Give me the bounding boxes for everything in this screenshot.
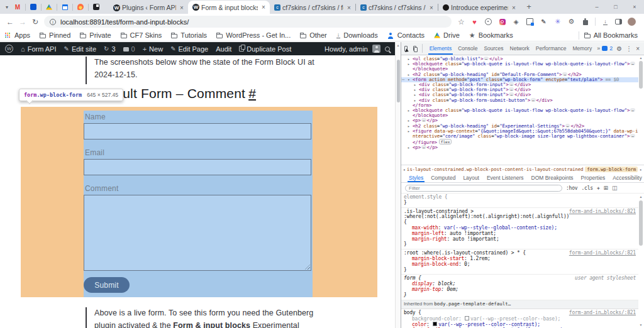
tab-search-chevron-icon[interactable]: ▾ — [3, 4, 11, 10]
puzzle-extension-icon[interactable] — [580, 18, 590, 26]
styles-tab-dom-breakpoints[interactable]: DOM Breakpoints — [528, 173, 577, 182]
browser-menu-icon[interactable]: ⋮ — [640, 18, 644, 26]
admin-item-new[interactable]: +New — [143, 45, 163, 53]
comment-textarea[interactable] — [84, 195, 311, 271]
twisty-icon[interactable]: ▸ — [408, 129, 410, 134]
new-tab-button[interactable]: + — [523, 1, 535, 13]
issues-count[interactable]: 2 — [609, 45, 613, 52]
pinned-tab[interactable]: M — [13, 4, 23, 11]
scrollbar-thumb[interactable] — [639, 200, 643, 246]
styles-tab-layout[interactable]: Layout — [459, 173, 483, 182]
breadcrumb-item-selected[interactable]: form.wp-block-form — [585, 167, 638, 172]
browser-tab[interactable]: ccf7skins / cf7skins / form API /× — [270, 1, 355, 14]
instagram-extension-icon[interactable] — [497, 18, 507, 26]
browser-tab[interactable]: ccf7skins / cf7skins / form API /× — [356, 1, 438, 14]
admin-item-3[interactable]: ↻3 — [104, 45, 116, 53]
inherited-target[interactable]: body.page-template-default… — [434, 301, 511, 307]
devtools-tab-memory[interactable]: Memory — [569, 42, 595, 55]
admin-item-0[interactable]: 0 — [123, 45, 135, 53]
scroll-up-icon[interactable]: ▲ — [638, 56, 643, 60]
bookmark-item[interactable]: ↓Downloads — [336, 31, 378, 39]
expand-ellipsis-icon[interactable]: … — [630, 62, 635, 65]
stylesheet-link[interactable]: form-and-in…blocks/:821 — [569, 310, 636, 316]
admin-item-audit[interactable]: Audit — [216, 45, 231, 53]
expand-ellipsis-icon[interactable]: … — [509, 87, 514, 91]
dock-style-icon[interactable]: ◫ — [612, 185, 618, 191]
css-selector[interactable]: element.style { — [404, 195, 447, 200]
twisty-icon[interactable]: ▸ — [414, 92, 416, 97]
profile-avatar[interactable] — [627, 18, 636, 26]
pinned-tab[interactable] — [28, 4, 38, 10]
bookmark-item[interactable]: Pinned — [40, 31, 70, 39]
tab-close-icon[interactable]: × — [428, 4, 435, 11]
admin-item-duplicate-post[interactable]: Duplicate Post — [239, 45, 291, 53]
bookmark-item[interactable]: Private — [80, 31, 111, 39]
bookmark-item[interactable]: Apps — [5, 31, 30, 39]
site-info-icon[interactable]: i — [50, 19, 56, 25]
toggle-element-state[interactable]: :hov — [566, 185, 577, 191]
breadcrumb-item[interactable]: content.has-global-padding.is-layout-con… — [407, 167, 583, 172]
all-bookmarks[interactable]: All Bookmarks — [577, 31, 644, 40]
twisty-icon[interactable]: ▸ — [408, 118, 410, 123]
devtools-tab-performance[interactable]: Performance — [533, 42, 570, 55]
side-panel-icon[interactable] — [614, 18, 623, 26]
devtools-tab-elements[interactable]: Elements — [426, 42, 455, 55]
pinned-tab[interactable] — [60, 4, 70, 10]
howdy-label[interactable]: Howdy, admin — [325, 45, 368, 53]
dom-tree-node[interactable]: ▸<p>…</p> — [401, 145, 638, 150]
url-text[interactable]: localhost:8891/test/form-and-input-block… — [60, 18, 189, 26]
breadcrumb-left-arrow-icon[interactable]: ◂ — [401, 167, 407, 172]
css-property[interactable]: margin-right: auto !important; — [404, 237, 636, 243]
styles-tab-computed[interactable]: Computed — [427, 173, 459, 182]
twisty-icon[interactable]: ▸ — [408, 124, 410, 129]
pinned-tab[interactable] — [91, 4, 101, 10]
shield-extension-icon[interactable]: ◈ — [511, 18, 521, 26]
pen-extension-icon[interactable]: ✎ — [539, 18, 548, 26]
scroll-up-icon[interactable]: ▲ — [396, 43, 401, 47]
pinned-tab[interactable] — [75, 4, 86, 10]
tab-close-icon[interactable]: × — [510, 4, 518, 11]
twisty-icon[interactable]: ▸ — [408, 145, 410, 150]
minimize-button[interactable]: – — [587, 4, 606, 10]
reload-icon[interactable]: ↻ — [29, 18, 42, 26]
twisty-icon[interactable]: ▸ — [408, 57, 410, 62]
page-scrollbar[interactable]: ▲ — [395, 42, 401, 328]
camera-extension-icon[interactable] — [484, 18, 493, 26]
tab-close-icon[interactable]: × — [345, 4, 353, 11]
device-toolbar-icon[interactable] — [413, 46, 416, 51]
devtools-tab-sources[interactable]: Sources — [480, 42, 506, 55]
twisty-icon[interactable]: ▸ — [414, 82, 416, 87]
css-selector[interactable]: .is-layout-constrained > :where(:not(.al… — [404, 209, 566, 226]
name-input[interactable] — [84, 123, 311, 139]
devtools-close-icon[interactable]: × — [636, 45, 640, 52]
inspect-element-icon[interactable] — [404, 46, 408, 52]
dom-tree-node[interactable]: ▸<figure data-wp-context="{&quot;imageId… — [401, 129, 638, 146]
expand-ellipsis-icon[interactable]: … — [562, 72, 567, 76]
expand-ellipsis-icon[interactable]: … — [531, 98, 536, 102]
expand-ellipsis-icon[interactable]: … — [421, 118, 426, 122]
bookmark-item[interactable]: WordPress - Get In... — [216, 31, 291, 39]
submit-button[interactable]: Submit — [84, 277, 130, 293]
dom-tree-node[interactable]: ▸<blockquote class="wp-block-quote is-la… — [401, 108, 638, 118]
close-button[interactable]: × — [625, 4, 644, 10]
twisty-icon[interactable]: ▸ — [408, 72, 410, 77]
dom-tree-node[interactable]: ▸<div class="wp-block-form-submit-button… — [401, 98, 638, 103]
admin-item-form-api[interactable]: ⌂Form API — [21, 45, 57, 53]
styles-tab-properties[interactable]: Properties — [577, 173, 609, 182]
browser-tab[interactable]: WPlugins ‹ Form API — WordPre× — [109, 1, 188, 14]
css-property[interactable]: margin-top: 0em; — [404, 287, 636, 293]
expand-ellipsis-icon[interactable]: … — [509, 92, 514, 96]
tab-close-icon[interactable]: × — [178, 4, 186, 11]
stylesheet-link[interactable]: user agent stylesheet — [575, 276, 636, 282]
devtools-settings-icon[interactable]: ⚙ — [616, 45, 622, 52]
admin-item-edit-site[interactable]: ✎Edit site — [64, 45, 97, 53]
stylesheet-link[interactable]: form-and-in…blocks/:821 — [569, 209, 636, 215]
scrollbar-thumb[interactable] — [639, 61, 643, 89]
bookmark-item[interactable]: Tutorials — [171, 31, 207, 39]
twisty-icon[interactable]: ▸ — [414, 87, 416, 92]
styles-tab-event-listeners[interactable]: Event Listeners — [483, 173, 528, 182]
color-swatch-icon[interactable] — [465, 316, 469, 320]
bookmark-item[interactable]: Other — [300, 31, 327, 39]
expand-ellipsis-icon[interactable]: … — [421, 145, 426, 149]
browser-tab[interactable]: Introduce experimental form &× — [438, 1, 520, 14]
